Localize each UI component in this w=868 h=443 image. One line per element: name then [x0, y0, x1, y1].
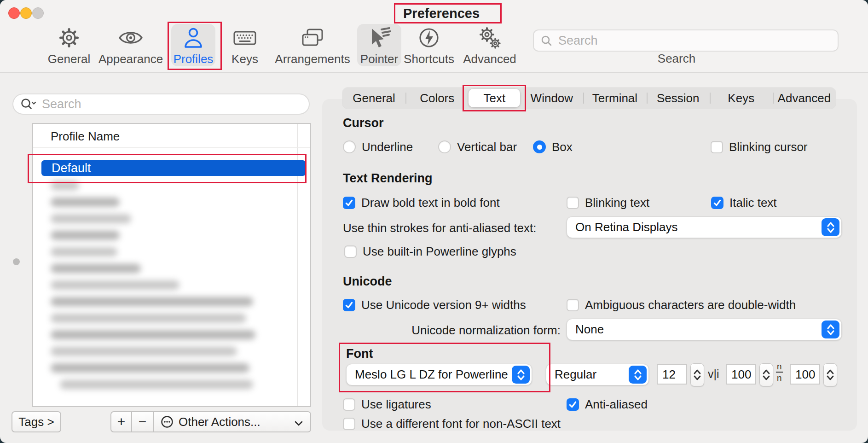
tab-keys[interactable]: Keys: [710, 87, 773, 109]
profile-row-blurred[interactable]: [51, 231, 120, 240]
v-spacing-stepper[interactable]: [823, 363, 837, 386]
font-family-popup[interactable]: Meslo LG L DZ for Powerline: [346, 364, 532, 385]
header-divider: [33, 147, 310, 148]
lightning-icon: [416, 24, 442, 52]
profile-list: Profile Name Default: [32, 123, 311, 407]
profile-row-blurred[interactable]: [51, 181, 79, 190]
cursor-underline-option: Underline: [343, 140, 413, 154]
minimize-button[interactable]: [20, 7, 32, 19]
chevron-down-icon: [295, 415, 303, 429]
keyboard-icon: [232, 24, 258, 52]
font-heading: Font: [346, 347, 373, 361]
toolbar-item-advanced[interactable]: Advanced: [457, 24, 522, 66]
tab-advanced[interactable]: Advanced: [773, 87, 836, 109]
window-title: Preferences: [403, 6, 480, 21]
tab-text[interactable]: Text: [469, 89, 520, 107]
italic-text-checkbox[interactable]: [711, 197, 723, 209]
powerline-option: Use built-in Powerline glyphs: [344, 244, 516, 259]
cursor-icon: [366, 24, 392, 52]
cursor-vertical-bar-option: Vertical bar: [438, 140, 517, 154]
normalization-popup[interactable]: None: [567, 319, 842, 340]
ambiguous-width-option: Ambiguous characters are double-width: [567, 297, 796, 312]
zoom-button[interactable]: [32, 7, 44, 19]
circled-ellipsis-icon: [160, 415, 174, 429]
profile-row-blurred[interactable]: [51, 297, 253, 306]
blinking-cursor-option: Blinking cursor: [711, 140, 808, 154]
preferences-window: Preferences General Appearance Pr: [0, 0, 868, 443]
font-style-popup[interactable]: Regular: [546, 364, 649, 385]
normalization-label: Unicode normalization form:: [343, 323, 561, 338]
popup-arrows-icon: [512, 366, 530, 384]
thin-strokes-label: Use thin strokes for anti-aliased text:: [343, 221, 537, 235]
popup-arrows-icon: [822, 218, 839, 236]
tab-general[interactable]: General: [342, 87, 405, 109]
toolbar-search-field[interactable]: [533, 29, 839, 52]
add-profile-button[interactable]: +: [110, 411, 132, 432]
gear-icon: [56, 24, 82, 52]
toolbar-item-appearance[interactable]: Appearance: [98, 24, 163, 66]
underline-radio[interactable]: [343, 140, 356, 153]
font-size-stepper[interactable]: [690, 363, 704, 386]
gears-icon: [477, 24, 503, 52]
profile-row-blurred[interactable]: [51, 347, 237, 356]
blinking-text-option: Blinking text: [567, 195, 649, 210]
vertical-bar-radio[interactable]: [438, 140, 451, 153]
profile-row-selected[interactable]: Default: [41, 160, 306, 176]
draw-bold-option: Draw bold text in bold font: [343, 195, 500, 210]
h-spacing-stepper[interactable]: [759, 363, 773, 386]
profile-search-field[interactable]: [12, 93, 310, 115]
toolbar-item-keys[interactable]: Keys: [213, 24, 277, 66]
tab-terminal[interactable]: Terminal: [583, 87, 646, 109]
vertical-spacing-icon: n n: [776, 362, 783, 382]
v-spacing-field[interactable]: 100: [790, 364, 820, 385]
profile-row-blurred[interactable]: [51, 198, 120, 207]
profile-row-blurred[interactable]: [51, 330, 255, 339]
profile-list-header: Profile Name: [51, 129, 120, 144]
horizontal-spacing-icon: v|i: [708, 367, 719, 381]
font-size-field[interactable]: 12: [657, 364, 687, 385]
profile-row-blurred[interactable]: [51, 247, 117, 256]
toolbar-search-label: Search: [631, 52, 723, 66]
windows-icon: [300, 24, 325, 52]
other-actions-dropdown[interactable]: Other Actions...: [154, 411, 311, 432]
toolbar-search-input[interactable]: [557, 33, 831, 48]
toolbar-item-shortcuts[interactable]: Shortcuts: [397, 24, 461, 66]
person-icon: [180, 24, 206, 52]
search-scope-icon: [20, 98, 37, 111]
tab-window[interactable]: Window: [520, 87, 583, 109]
popup-arrows-icon: [822, 321, 839, 338]
profile-row-blurred[interactable]: [51, 363, 249, 373]
profile-row-blurred[interactable]: [60, 380, 253, 389]
powerline-checkbox[interactable]: [344, 245, 357, 258]
thin-strokes-popup[interactable]: On Retina Displays: [567, 216, 842, 238]
blinking-cursor-checkbox[interactable]: [711, 141, 723, 153]
unicode-v9-checkbox[interactable]: [343, 299, 355, 311]
box-radio[interactable]: [533, 140, 546, 153]
non-ascii-font-checkbox[interactable]: [343, 418, 355, 430]
cursor-heading: Cursor: [343, 116, 384, 130]
unicode-v9-option: Use Unicode version 9+ widths: [343, 297, 526, 312]
close-button[interactable]: [8, 7, 20, 19]
popup-arrows-icon: [629, 366, 647, 384]
selected-profile-name: Default: [52, 161, 91, 175]
blinking-text-checkbox[interactable]: [567, 197, 579, 209]
draw-bold-checkbox[interactable]: [343, 197, 355, 209]
search-icon: [540, 35, 553, 47]
profile-actions-group: + − Other Actions...: [110, 411, 311, 432]
h-spacing-field[interactable]: 100: [726, 364, 756, 385]
profile-row-blurred[interactable]: [51, 214, 131, 223]
ambiguous-width-checkbox[interactable]: [567, 299, 579, 311]
tab-session[interactable]: Session: [647, 87, 710, 109]
antialiased-checkbox[interactable]: [567, 398, 579, 411]
toolbar-item-general[interactable]: General: [37, 24, 101, 66]
profile-search-input[interactable]: [41, 97, 302, 112]
ligatures-checkbox[interactable]: [343, 398, 355, 411]
profile-row-blurred[interactable]: [51, 280, 179, 290]
profile-row-blurred[interactable]: [51, 314, 246, 323]
tab-colors[interactable]: Colors: [405, 87, 469, 109]
toolbar-item-arrangements[interactable]: Arrangements: [276, 24, 349, 66]
tags-button[interactable]: Tags >: [12, 411, 61, 432]
remove-profile-button[interactable]: −: [132, 411, 154, 432]
eye-icon: [118, 24, 144, 52]
profile-row-blurred[interactable]: [51, 264, 141, 273]
